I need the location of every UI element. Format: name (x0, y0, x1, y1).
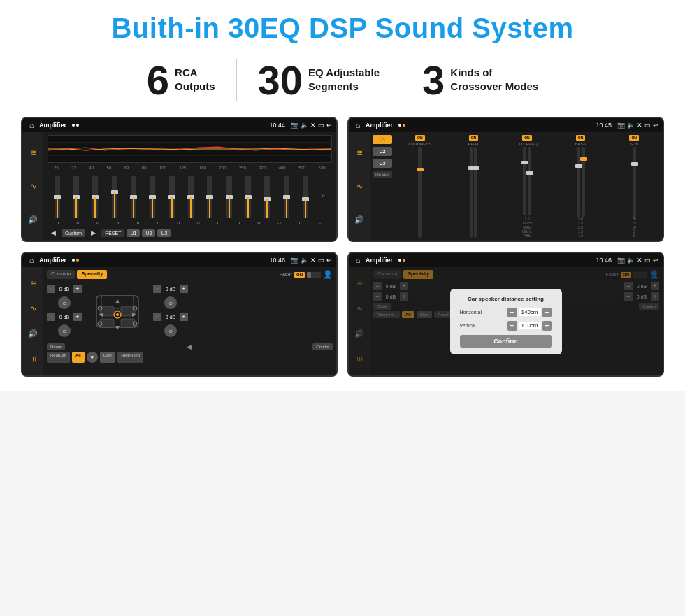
slider-9[interactable] (207, 176, 212, 218)
arrow-left-icon[interactable]: ◀ (187, 343, 192, 350)
minus-btn-3[interactable]: − (153, 285, 161, 293)
next-btn[interactable]: ▶ (87, 228, 99, 238)
fader-on-badge[interactable]: ON (294, 272, 305, 278)
slider-8[interactable] (188, 176, 194, 218)
vol-sidebar-icon-2[interactable]: 🔊 (354, 215, 364, 224)
rearleft-btn[interactable]: RearLeft (47, 352, 70, 363)
eq-main-1: 25 32 40 50 63 80 100 125 160 200 250 32… (43, 132, 336, 241)
slider-6[interactable] (150, 176, 155, 218)
more-sliders-icon: » (322, 192, 325, 199)
cutfreq-slider1[interactable] (523, 147, 526, 215)
u2-btn-1[interactable]: U2 (142, 229, 155, 237)
sub-slider[interactable] (633, 147, 636, 217)
bass-on[interactable]: ON (576, 135, 586, 141)
stat-eq-sublabel: Segments (308, 80, 380, 94)
freq-400: 400 (279, 166, 286, 170)
eq-icon-3[interactable]: ≋ (30, 279, 36, 288)
custom-label: Custom (62, 229, 85, 237)
back-icon-2[interactable]: ↩ (653, 122, 658, 129)
home-icon-1[interactable] (27, 120, 36, 130)
plus-btn-2[interactable]: + (73, 313, 82, 321)
plus-btn-3[interactable]: + (180, 285, 188, 293)
all-btn[interactable]: All (72, 352, 85, 363)
back-icon-3[interactable]: ↩ (326, 257, 332, 264)
reset-btn-1[interactable]: RESET (101, 229, 124, 237)
copilot-btn[interactable]: Copilot (312, 343, 333, 350)
home-icon-4[interactable] (353, 255, 363, 265)
screen-content-2: ≋ ∿ 🔊 U1 U2 U3 RESET ON LO (349, 132, 663, 241)
camera-icon-3: 📷 (291, 257, 298, 264)
phat-on[interactable]: ON (469, 135, 479, 141)
plus-btn-4[interactable]: + (180, 313, 188, 321)
u1-btn-1[interactable]: U1 (127, 229, 140, 237)
phat-slider[interactable] (470, 147, 473, 238)
horizontal-plus[interactable]: + (542, 308, 552, 317)
sidebar-2: ≋ ∿ 🔊 (349, 132, 370, 241)
slider-14[interactable] (303, 176, 308, 218)
down-btn[interactable]: ▼ (87, 352, 98, 363)
minus-btn-1[interactable]: − (47, 285, 55, 293)
eq-icon-1[interactable]: ≋ (30, 148, 36, 157)
slider-13[interactable] (284, 176, 289, 218)
wave-icon-3[interactable]: ∿ (30, 304, 36, 313)
slider-5[interactable] (131, 176, 136, 218)
tab-specialty[interactable]: Specialty (77, 270, 107, 279)
back-icon-4[interactable]: ↩ (653, 257, 658, 264)
expand-icon-3[interactable]: ⊞ (30, 354, 36, 364)
driver-btn[interactable]: Driver (47, 343, 65, 350)
eq-icon-2[interactable]: ≋ (356, 148, 363, 157)
plus-btn-1[interactable]: + (73, 285, 82, 293)
minus-btn-2[interactable]: − (47, 313, 55, 321)
screen-content-3: ≋ ∿ 🔊 ⊞ Common Specialty Fader ON (22, 267, 336, 375)
spk-controls-left: − 0 dB + ○ − 0 dB + (47, 285, 82, 338)
cutfreq-on[interactable]: ON (522, 135, 532, 141)
person-icon[interactable]: 👤 (323, 270, 333, 279)
wave-icon-2[interactable]: ∿ (356, 182, 363, 191)
slider-4[interactable] (112, 176, 117, 218)
wave-icon-4: ∿ (356, 304, 363, 313)
minus-btn-4[interactable]: − (153, 313, 161, 321)
svg-marker-12 (115, 326, 120, 330)
preset-u3[interactable]: U3 (373, 159, 392, 168)
rearright-btn[interactable]: RearRight (117, 352, 143, 363)
loudness-on[interactable]: ON (415, 135, 425, 141)
reset-btn-2[interactable]: RESET (373, 171, 392, 178)
slider-1[interactable] (55, 176, 60, 218)
cutfreq-slider2[interactable] (528, 147, 531, 215)
status-dots-3 (72, 259, 79, 262)
slider-10[interactable] (226, 176, 232, 218)
horizontal-minus[interactable]: − (507, 308, 517, 317)
dot-2 (76, 124, 79, 127)
vol-sidebar-icon-3[interactable]: 🔊 (28, 329, 38, 338)
phat-slider-2[interactable] (474, 147, 477, 238)
tab-common[interactable]: Common (47, 270, 75, 279)
preset-u2[interactable]: U2 (373, 147, 392, 156)
slider-11[interactable] (245, 176, 251, 218)
status-icons-4: 📷 🔈 ✕ ▭ ↩ (617, 257, 658, 264)
slider-7[interactable] (169, 176, 175, 218)
sub-on[interactable]: ON (629, 135, 639, 141)
vertical-plus[interactable]: + (542, 321, 552, 331)
preset-u1[interactable]: U1 (373, 135, 392, 144)
home-icon-2[interactable] (353, 120, 363, 130)
loudness-slider[interactable] (418, 147, 422, 238)
vertical-minus[interactable]: − (507, 321, 517, 331)
vol-sidebar-icon-1[interactable]: 🔊 (28, 215, 38, 224)
bass-slider1[interactable] (577, 147, 580, 217)
u3-btn-1[interactable]: U3 (157, 229, 171, 237)
back-icon-1[interactable]: ↩ (326, 122, 332, 129)
confirm-button[interactable]: Confirm (460, 335, 552, 348)
prev-btn[interactable]: ◀ (48, 228, 59, 238)
screen-speaker-dialog: Amplifier 10:46 📷 🔈 ✕ ▭ ↩ ≋ ∿ (347, 252, 664, 377)
stat-rca-label: RCA (175, 66, 215, 80)
wave-icon-1[interactable]: ∿ (30, 182, 36, 191)
rearleft-bg: RearLeft... (373, 311, 400, 318)
home-icon-3[interactable] (27, 255, 36, 265)
user-btn[interactable]: User (100, 352, 116, 363)
fader-bar[interactable] (307, 272, 321, 278)
slider-2[interactable] (73, 176, 79, 218)
bass-slider2[interactable] (582, 147, 585, 217)
slider-3[interactable] (92, 176, 98, 218)
slider-12[interactable] (264, 176, 270, 218)
bass-label: BASS (575, 142, 586, 146)
